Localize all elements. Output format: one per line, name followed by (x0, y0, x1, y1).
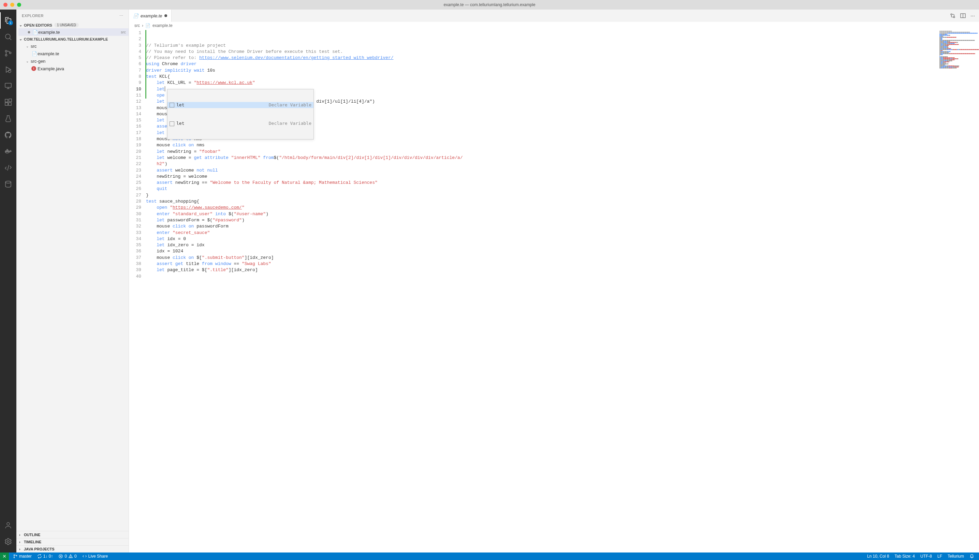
encoding[interactable]: UTF-8 (917, 554, 935, 558)
chevron-right-icon: › (142, 23, 143, 28)
breadcrumb[interactable]: src › 📄 example.te (129, 22, 979, 29)
folder-src-gen[interactable]: ⌄ src-gen (18, 57, 128, 65)
suggest-item[interactable]: let Declare Variable (167, 120, 314, 127)
remote-icon[interactable] (0, 78, 17, 94)
maximize-window[interactable] (17, 3, 21, 7)
svg-point-14 (5, 181, 11, 183)
svg-point-22 (13, 557, 15, 558)
search-icon[interactable] (0, 28, 17, 45)
file-example-java[interactable]: ! Example.java (18, 65, 128, 72)
sidebar-more-icon[interactable]: ⋯ (119, 13, 123, 18)
compare-changes-icon[interactable] (950, 13, 956, 18)
suggest-widget[interactable]: let Declare Variable let Declare Variabl… (167, 89, 314, 140)
svg-rect-7 (5, 103, 8, 105)
java-projects-section[interactable]: › JAVA PROJECTS (17, 545, 128, 552)
code-editor[interactable]: 1234567891011121314151617181920212223242… (129, 29, 979, 552)
file-example-te[interactable]: 📄 example.te (18, 50, 128, 57)
svg-point-0 (5, 34, 10, 39)
problems[interactable]: 0 0 (56, 554, 79, 558)
testing-icon[interactable] (0, 110, 17, 127)
explorer-icon[interactable]: 1 (0, 12, 17, 28)
error-icon: ! (32, 66, 36, 71)
svg-rect-13 (7, 149, 8, 150)
window-title: example.te — com.telluriumlang.tellurium… (444, 2, 535, 7)
minimize-window[interactable] (10, 3, 14, 7)
file-icon: 📄 (32, 30, 38, 35)
editor-tabs: 📄 example.te ⋯ (129, 10, 979, 22)
more-actions-icon[interactable]: ⋯ (971, 13, 975, 18)
modified-dot-icon: ● (26, 31, 32, 33)
sidebar-title: EXPLORER (22, 13, 44, 18)
folder-src[interactable]: ⌄ src (18, 42, 128, 50)
snippet-icon (170, 122, 174, 126)
suggest-item[interactable]: let Declare Variable (167, 102, 314, 108)
split-editor-icon[interactable] (960, 13, 966, 18)
source-control-icon[interactable] (0, 45, 17, 62)
svg-point-21 (13, 555, 15, 555)
svg-point-2 (5, 55, 7, 56)
svg-point-17 (951, 13, 952, 15)
file-icon: 📄 (145, 23, 150, 28)
open-editors-section[interactable]: ⌄ OPEN EDITORS 1 UNSAVED (17, 22, 128, 28)
settings-icon[interactable] (0, 533, 17, 550)
svg-rect-5 (5, 83, 11, 87)
titlebar: example.te — com.telluriumlang.tellurium… (0, 0, 979, 10)
eol[interactable]: LF (935, 554, 945, 558)
file-icon: 📄 (32, 51, 38, 56)
svg-point-16 (7, 540, 9, 543)
window-controls (3, 3, 21, 7)
svg-point-3 (10, 52, 11, 54)
svg-rect-6 (5, 99, 8, 102)
explorer-badge: 1 (8, 20, 13, 25)
status-bar: master 1↓ 0↑ 0 0 Live Share Ln 10, Col 8… (0, 552, 979, 560)
svg-rect-8 (8, 103, 11, 105)
activity-bar: 1 (0, 10, 17, 552)
svg-point-1 (5, 50, 7, 52)
close-window[interactable] (3, 3, 8, 7)
github-icon[interactable] (0, 127, 17, 143)
git-branch[interactable]: master (10, 554, 35, 558)
unsaved-badge: 1 UNSAVED (54, 23, 79, 27)
git-sync[interactable]: 1↓ 0↑ (35, 554, 56, 558)
run-debug-icon[interactable] (0, 62, 17, 78)
language-mode[interactable]: Tellurium (945, 554, 967, 558)
modified-indicator-icon (164, 14, 167, 17)
notifications-icon[interactable] (967, 554, 977, 558)
account-icon[interactable] (0, 517, 17, 533)
svg-point-18 (953, 17, 955, 18)
line-gutter: 1234567891011121314151617181920212223242… (129, 29, 146, 552)
minimap[interactable]: ████████████████████████████████████████… (938, 29, 979, 77)
tab-size[interactable]: Tab Size: 4 (892, 554, 917, 558)
snippet-icon (170, 103, 174, 107)
file-icon: 📄 (133, 13, 138, 18)
project-section[interactable]: ⌄ COM.TELLURIUMLANG.TELLURIUM.EXAMPLE (17, 36, 128, 42)
svg-point-15 (7, 522, 10, 525)
tab-example-te[interactable]: 📄 example.te (129, 10, 172, 22)
code-content[interactable]: // Tellurium's example project// You may… (146, 29, 979, 552)
svg-rect-9 (9, 99, 12, 102)
database-icon[interactable] (0, 176, 17, 192)
outline-section[interactable]: › OUTLINE (17, 531, 128, 538)
live-share[interactable]: Live Share (80, 554, 110, 558)
sidebar: EXPLORER ⋯ ⌄ OPEN EDITORS 1 UNSAVED ● 📄 … (17, 10, 129, 552)
timeline-section[interactable]: › TIMELINE (17, 538, 128, 545)
live-share-icon[interactable] (0, 160, 17, 176)
docker-icon[interactable] (0, 143, 17, 160)
open-editor-item[interactable]: ● 📄 example.te src (18, 28, 128, 36)
remote-indicator[interactable] (0, 552, 9, 560)
cursor-position[interactable]: Ln 10, Col 8 (864, 554, 892, 558)
extensions-icon[interactable] (0, 94, 17, 110)
